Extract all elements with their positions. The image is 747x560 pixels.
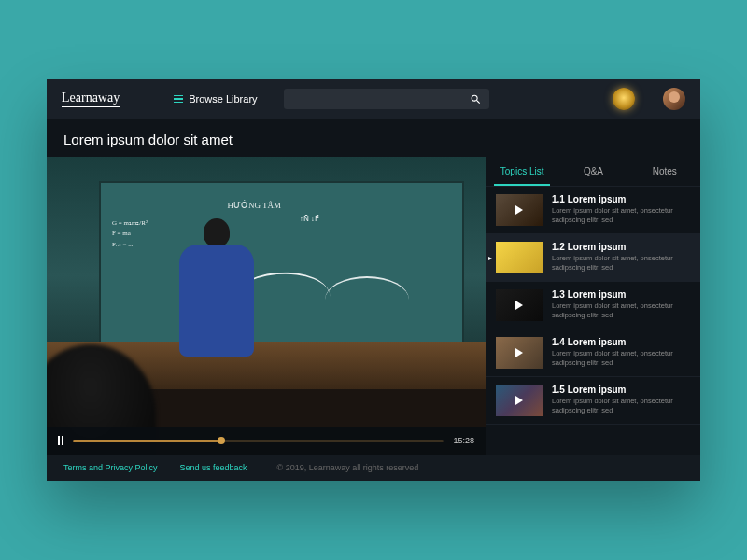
hint-bulb-button[interactable] xyxy=(613,88,635,110)
topics-list[interactable]: 1.1 Lorem ipsum Lorem ipsum dolor sit am… xyxy=(486,187,700,455)
pause-button[interactable] xyxy=(58,436,63,445)
topic-desc: Lorem ipsum dolor sit amet, onsectetur s… xyxy=(552,206,691,225)
topic-title: 1.2 Lorem ipsum xyxy=(552,242,691,252)
search-icon xyxy=(470,93,482,105)
feedback-link[interactable]: Send us feedback xyxy=(180,463,247,472)
topic-title: 1.1 Lorem ipsum xyxy=(552,194,691,204)
header: Learnaway Browse Library xyxy=(47,79,700,119)
chalk-text: HƯỚNG TÂM xyxy=(228,201,282,210)
topic-thumbnail xyxy=(496,289,543,321)
page-title: Lorem ipsum dolor sit amet xyxy=(47,119,700,157)
topic-thumbnail xyxy=(496,242,543,273)
topic-thumbnail xyxy=(496,337,543,369)
browse-library-button[interactable]: Browse Library xyxy=(174,93,257,105)
copyright: © 2019, Learnaway all rights reserved xyxy=(277,463,419,472)
progress-knob[interactable] xyxy=(218,437,225,444)
play-icon xyxy=(515,396,523,405)
topic-desc: Lorem ipsum dolor sit amet, onsectetur s… xyxy=(552,301,691,320)
topic-desc: Lorem ipsum dolor sit amet, onsectetur s… xyxy=(552,254,691,273)
chalk-text: G = m₁m₂/R²F = maFₙₛ = ... xyxy=(112,218,148,250)
user-avatar[interactable] xyxy=(663,88,685,110)
tab-topics-list[interactable]: Topics List xyxy=(486,157,557,186)
teacher-figure xyxy=(170,217,263,385)
topic-item[interactable]: 1.4 Lorem ipsum Lorem ipsum dolor sit am… xyxy=(486,329,700,377)
terms-link[interactable]: Terms and Privacy Policy xyxy=(63,463,158,472)
video-frame: HƯỚNG TÂM ↑N̄ ↓P̄ G = m₁m₂/R²F = maFₙₛ =… xyxy=(47,157,486,455)
topic-item[interactable]: 1.3 Lorem ipsum Lorem ipsum dolor sit am… xyxy=(486,282,700,329)
play-icon xyxy=(515,301,523,310)
play-icon xyxy=(515,205,523,215)
video-controls: 15:28 xyxy=(47,427,486,455)
footer: Terms and Privacy Policy Send us feedbac… xyxy=(47,455,700,481)
topic-desc: Lorem ipsum dolor sit amet, onsectetur s… xyxy=(552,397,691,415)
topic-title: 1.4 Lorem ipsum xyxy=(552,337,691,347)
app-window: Learnaway Browse Library Lorem ipsum dol… xyxy=(47,79,700,481)
topic-item[interactable]: 1.5 Lorem ipsum Lorem ipsum dolor sit am… xyxy=(486,377,700,425)
chalk-text: ↑N̄ ↓P̄ xyxy=(300,215,319,223)
video-player[interactable]: HƯỚNG TÂM ↑N̄ ↓P̄ G = m₁m₂/R²F = maFₙₛ =… xyxy=(47,157,486,455)
sidebar-tabs: Topics List Q&A Notes xyxy=(486,157,700,187)
topic-thumbnail xyxy=(496,385,543,416)
search-input[interactable] xyxy=(284,89,489,109)
topic-title: 1.3 Lorem ipsum xyxy=(552,289,691,300)
chalkboard: HƯỚNG TÂM ↑N̄ ↓P̄ G = m₁m₂/R²F = maFₙₛ =… xyxy=(99,181,463,366)
tab-notes[interactable]: Notes xyxy=(629,157,700,186)
topic-item[interactable]: 1.2 Lorem ipsum Lorem ipsum dolor sit am… xyxy=(486,234,700,282)
progress-bar[interactable] xyxy=(73,440,444,442)
play-icon xyxy=(515,348,523,357)
topic-item[interactable]: 1.1 Lorem ipsum Lorem ipsum dolor sit am… xyxy=(486,187,700,234)
browse-label: Browse Library xyxy=(189,93,257,105)
menu-icon xyxy=(174,95,183,104)
sidebar: Topics List Q&A Notes 1.1 Lorem ipsum Lo… xyxy=(486,157,700,455)
video-time: 15:28 xyxy=(453,436,474,445)
topic-title: 1.5 Lorem ipsum xyxy=(552,385,691,395)
topic-thumbnail xyxy=(496,194,543,226)
topic-desc: Lorem ipsum dolor sit amet, onsectetur s… xyxy=(552,349,691,368)
content: HƯỚNG TÂM ↑N̄ ↓P̄ G = m₁m₂/R²F = maFₙₛ =… xyxy=(47,157,700,455)
tab-qa[interactable]: Q&A xyxy=(557,157,628,186)
logo[interactable]: Learnaway xyxy=(62,91,120,107)
